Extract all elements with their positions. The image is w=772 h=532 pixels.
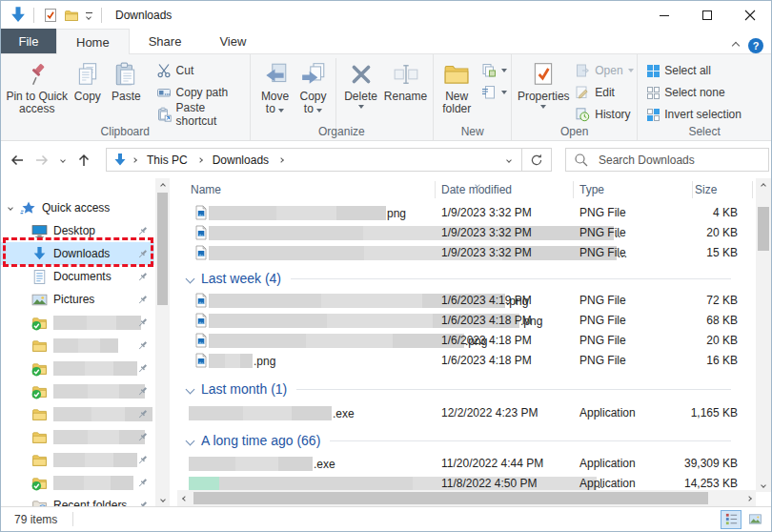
scroll-left-button[interactable] <box>177 491 192 505</box>
breadcrumb-downloads[interactable]: Downloads <box>207 149 274 171</box>
column-divider[interactable] <box>435 181 436 198</box>
column-header-size[interactable]: Size <box>695 183 717 196</box>
cell-type: PNG File <box>579 206 626 219</box>
scroll-up-button[interactable] <box>155 178 170 193</box>
close-button[interactable] <box>728 1 771 30</box>
scroll-right-button[interactable] <box>742 491 756 505</box>
paste-shortcut-button[interactable]: Paste shortcut <box>152 104 250 125</box>
file-row[interactable]: .exe 12/2/2022 4:23 PM Application 1,165… <box>177 403 756 423</box>
search-input[interactable] <box>597 153 761 168</box>
qat-new-folder-button[interactable] <box>61 5 82 26</box>
invert-selection-button[interactable]: Invert selection <box>643 104 745 125</box>
group-header-last-week[interactable]: Last week (4) <box>177 266 756 291</box>
properties-button[interactable]: Properties <box>518 58 569 109</box>
copy-button[interactable]: Copy <box>70 58 107 103</box>
chevron-down-icon <box>8 205 13 211</box>
column-divider[interactable] <box>573 181 574 198</box>
scroll-down-button[interactable] <box>756 478 771 492</box>
file-row[interactable]: .png 1/6/2023 4:19 PM PNG File 72 KB <box>177 291 756 311</box>
select-all-button[interactable]: Select all <box>643 60 745 81</box>
sidebar-item-redacted[interactable] <box>1 379 154 402</box>
open-button[interactable]: Open <box>571 60 637 81</box>
column-header-type[interactable]: Type <box>579 183 604 196</box>
easy-access-button[interactable] <box>477 82 511 103</box>
breadcrumb-this-pc[interactable]: This PC <box>141 149 193 171</box>
file-row[interactable]: .png 1/6/2023 4:18 PM PNG File 68 KB <box>177 311 756 331</box>
sidebar-item-recent-folders[interactable]: Recent folders <box>1 494 154 506</box>
column-headers: Name Date modified Type Size <box>177 178 756 201</box>
sidebar-item-documents[interactable]: Documents <box>1 265 154 288</box>
tab-view[interactable]: View <box>200 29 265 53</box>
copy-to-button[interactable]: Copy to <box>295 58 333 115</box>
column-divider[interactable] <box>752 181 753 198</box>
new-item-icon <box>481 63 497 78</box>
rename-button[interactable]: Rename <box>383 58 429 103</box>
sidebar-item-redacted[interactable] <box>1 471 154 494</box>
back-button[interactable] <box>5 148 30 173</box>
file-row[interactable]: .exe 11/20/2022 4:44 PM Application 39,3… <box>177 454 756 474</box>
status-divider <box>72 512 73 526</box>
scrollbar-thumb[interactable] <box>157 193 168 305</box>
history-button[interactable]: History <box>571 104 637 125</box>
sidebar-item-redacted[interactable] <box>1 357 154 379</box>
pin-to-quick-access-button[interactable]: Pin to Quick access <box>5 58 70 115</box>
select-none-button[interactable]: Select none <box>643 82 745 103</box>
help-button[interactable]: ? <box>748 38 763 53</box>
column-divider[interactable] <box>692 181 693 198</box>
tab-file[interactable]: File <box>1 29 56 53</box>
vertical-scrollbar[interactable] <box>756 178 771 492</box>
cut-button[interactable]: Cut <box>152 60 250 81</box>
qat-customize-button[interactable] <box>82 5 95 26</box>
qat-properties-button[interactable] <box>40 5 61 26</box>
file-row[interactable]: .. 1/9/2023 3:32 PM PNG File 20 KB <box>177 223 756 243</box>
copy-path-button[interactable]: Copy path <box>152 82 250 103</box>
sidebar-item-pictures[interactable]: Pictures <box>1 288 154 311</box>
refresh-button[interactable] <box>522 149 551 171</box>
column-header-name[interactable]: Name <box>191 183 221 196</box>
file-row[interactable]: .png 1/6/2023 4:18 PM PNG File 16 KB <box>177 351 756 371</box>
maximize-button[interactable] <box>685 1 728 30</box>
view-details-button[interactable] <box>721 510 742 529</box>
pictures-icon <box>31 292 48 308</box>
search-box[interactable] <box>565 148 769 172</box>
tab-share[interactable]: Share <box>130 29 201 53</box>
view-thumbnails-button[interactable] <box>744 510 765 529</box>
sidebar-item-desktop[interactable]: Desktop <box>1 219 154 242</box>
new-item-button[interactable] <box>477 60 511 81</box>
recent-locations-button[interactable] <box>54 148 71 173</box>
new-folder-button[interactable]: New folder <box>437 58 476 115</box>
scrollbar-thumb[interactable] <box>193 492 708 504</box>
sidebar-item-redacted[interactable] <box>1 425 154 448</box>
sidebar-item-redacted[interactable] <box>1 334 154 357</box>
edit-button[interactable]: Edit <box>571 82 637 103</box>
horizontal-scrollbar[interactable] <box>177 490 756 506</box>
address-dropdown-button[interactable] <box>497 149 521 171</box>
collapse-ribbon-button[interactable] <box>732 42 740 50</box>
sidebar-item-redacted[interactable] <box>1 311 154 334</box>
group-header-long-ago[interactable]: A long time ago (66) <box>177 428 756 453</box>
tab-home[interactable]: Home <box>56 29 130 54</box>
dropdown-caret-icon <box>501 91 507 94</box>
paste-button[interactable]: Paste <box>106 58 146 103</box>
file-row[interactable]: ... 1/9/2023 3:32 PM PNG File 15 KB <box>177 243 756 263</box>
address-bar[interactable]: This PC Downloads <box>106 148 552 172</box>
file-row[interactable]: png 1/9/2023 3:32 PM PNG File 4 KB <box>177 203 756 223</box>
sidebar-item-downloads[interactable]: Downloads <box>1 242 154 265</box>
minimize-button[interactable] <box>642 1 685 30</box>
delete-button[interactable]: Delete <box>339 58 383 109</box>
cell-date: 1/6/2023 4:18 PM <box>441 314 532 327</box>
file-row[interactable]: .png 1/6/2023 4:18 PM PNG File 20 KB <box>177 331 756 351</box>
sidebar-scrollbar[interactable] <box>155 178 170 506</box>
sidebar-item-redacted[interactable] <box>1 448 154 471</box>
png-file-icon <box>193 353 209 368</box>
cell-type: PNG File <box>579 354 626 367</box>
sidebar-item-redacted[interactable] <box>1 402 154 425</box>
group-header-last-month[interactable]: Last month (1) <box>177 377 756 401</box>
sidebar-item-quick-access[interactable]: Quick access <box>1 196 154 219</box>
move-to-button[interactable]: Move to <box>256 58 295 115</box>
forward-button[interactable] <box>30 148 54 173</box>
up-button[interactable] <box>71 148 96 173</box>
scroll-up-button[interactable] <box>756 178 771 193</box>
scrollbar-thumb[interactable] <box>758 207 769 251</box>
scroll-down-button[interactable] <box>155 492 170 506</box>
